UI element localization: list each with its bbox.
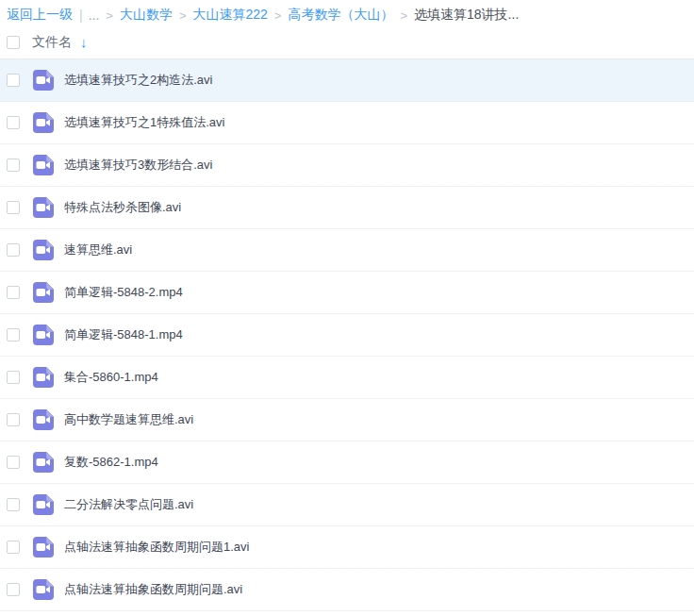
breadcrumb-current-folder: 选填速算18讲技... [414, 7, 519, 24]
file-name-link[interactable]: 选填速算技巧3数形结合.avi [64, 157, 212, 174]
video-file-icon [32, 578, 55, 601]
file-row[interactable]: 速算思维.avi [0, 229, 694, 272]
file-name-link[interactable]: 二分法解决零点问题.avi [64, 496, 193, 513]
file-row[interactable]: 简单逻辑-5848-1.mp4 [0, 314, 694, 357]
breadcrumb-separator: > [274, 8, 282, 23]
breadcrumb-back-link[interactable]: 返回上一级 [7, 7, 73, 24]
file-name-link[interactable]: 选填速算技巧之2构造法.avi [64, 72, 212, 89]
file-row[interactable]: 高中数学题速算思维.avi [0, 399, 694, 441]
video-file-icon [32, 451, 55, 474]
breadcrumb-link-dashan-math[interactable]: 大山数学 [120, 7, 173, 24]
file-name-link[interactable]: 复数-5862-1.mp4 [64, 454, 158, 471]
video-file-icon [32, 408, 55, 431]
file-name-link[interactable]: 简单逻辑-5848-1.mp4 [64, 326, 183, 343]
row-checkbox[interactable] [7, 286, 20, 299]
video-file-icon [32, 536, 55, 558]
file-name-link[interactable]: 集合-5860-1.mp4 [64, 369, 158, 386]
file-name-link[interactable]: 速算思维.avi [64, 241, 132, 258]
row-checkbox[interactable] [7, 583, 20, 596]
breadcrumb-pipe-divider: | [79, 8, 83, 23]
row-checkbox[interactable] [7, 158, 20, 172]
row-checkbox[interactable] [7, 328, 20, 341]
select-all-checkbox[interactable] [7, 36, 20, 49]
file-row[interactable]: 选填速算技巧之2构造法.avi [0, 59, 694, 102]
file-row[interactable]: 点轴法速算抽象函数周期问题1.avi [0, 526, 694, 569]
breadcrumb-collapsed-ellipsis[interactable]: ... [89, 8, 100, 23]
video-file-icon [32, 239, 55, 261]
row-checkbox[interactable] [7, 541, 20, 554]
breadcrumb-separator: > [106, 8, 113, 23]
video-file-icon [32, 366, 55, 389]
breadcrumb: 返回上一级 | ... > 大山数学 > 大山速算222 > 高考数学（大山） … [0, 0, 694, 25]
breadcrumb-link-gaokao-math[interactable]: 高考数学（大山） [288, 7, 393, 24]
breadcrumb-link-dashan-suan222[interactable]: 大山速算222 [193, 7, 268, 24]
filename-column-header[interactable]: 文件名 [32, 34, 72, 51]
row-checkbox[interactable] [7, 371, 20, 384]
row-checkbox[interactable] [7, 201, 20, 214]
file-row[interactable]: 选填速算技巧3数形结合.avi [0, 144, 694, 187]
file-row[interactable]: 选填速算技巧之1特殊值法.avi [0, 102, 694, 144]
breadcrumb-separator: > [179, 8, 187, 23]
row-checkbox[interactable] [7, 116, 20, 129]
video-file-icon [32, 493, 55, 516]
file-row[interactable]: 简单逻辑-5848-2.mp4 [0, 272, 694, 314]
file-name-link[interactable]: 特殊点法秒杀图像.avi [64, 199, 181, 216]
file-row[interactable]: 集合-5860-1.mp4 [0, 357, 694, 399]
row-checkbox[interactable] [7, 498, 20, 511]
row-checkbox[interactable] [7, 243, 20, 257]
file-row[interactable]: 复数-5862-1.mp4 [0, 441, 694, 484]
row-checkbox[interactable] [7, 413, 20, 426]
video-file-icon [32, 196, 55, 219]
file-row[interactable]: 二分法解决零点问题.avi [0, 484, 694, 526]
file-name-link[interactable]: 点轴法速算抽象函数周期问题1.avi [64, 539, 249, 556]
file-name-link[interactable]: 选填速算技巧之1特殊值法.avi [64, 114, 224, 131]
video-file-icon [32, 154, 55, 176]
file-name-link[interactable]: 点轴法速算抽象函数周期问题.avi [64, 581, 242, 598]
breadcrumb-separator: > [400, 8, 407, 23]
file-name-link[interactable]: 简单逻辑-5848-2.mp4 [64, 284, 183, 301]
file-row[interactable]: 特殊点法秒杀图像.avi [0, 187, 694, 229]
sort-descending-icon[interactable]: ↓ [80, 35, 88, 49]
file-list: 选填速算技巧之2构造法.avi 选填速算技巧之1特殊值法.avi 选填速算技巧3… [0, 59, 694, 611]
file-row[interactable]: 点轴法速算抽象函数周期问题.avi [0, 569, 694, 611]
video-file-icon [32, 324, 55, 346]
row-checkbox[interactable] [7, 74, 20, 87]
video-file-icon [32, 281, 55, 304]
file-name-link[interactable]: 高中数学题速算思维.avi [64, 411, 193, 428]
file-list-header: 文件名 ↓ [0, 25, 694, 59]
video-file-icon [32, 111, 55, 134]
video-file-icon [32, 69, 55, 92]
row-checkbox[interactable] [7, 456, 20, 469]
